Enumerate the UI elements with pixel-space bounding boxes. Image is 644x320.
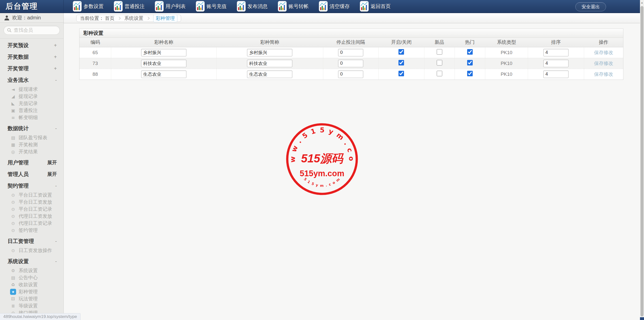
breadcrumb-section-link[interactable]: 系统设置: [124, 15, 143, 22]
hot-checkbox[interactable]: [467, 60, 473, 65]
nav-label: 普通投注: [125, 3, 145, 10]
search-input[interactable]: [14, 27, 57, 33]
expand-toggle[interactable]: 展开: [47, 159, 57, 166]
hot-checkbox[interactable]: [467, 49, 473, 55]
sidebar-section-user-manage: 用户管理 展开: [0, 157, 63, 168]
sidebar-item-system-settings[interactable]: ⚙系统设置: [0, 267, 63, 274]
minus-toggle-icon[interactable]: -: [55, 126, 57, 131]
section-header[interactable]: 开奖预设 +: [0, 40, 63, 51]
lottery-abbr-input[interactable]: [247, 49, 292, 56]
sidebar-item-lottery-type-manage[interactable]: ★彩种管理: [0, 288, 63, 295]
stop-interval-input[interactable]: [338, 49, 363, 56]
nav-item-params[interactable]: 参数设置: [73, 1, 104, 12]
section-header[interactable]: 管理人员 展开: [0, 168, 63, 180]
section-header[interactable]: 契约管理 -: [0, 180, 63, 192]
new-checkbox[interactable]: [437, 49, 442, 55]
nav-item-publish-msg[interactable]: 发布消息: [237, 1, 268, 12]
breadcrumb-home-link[interactable]: 首页: [105, 15, 114, 22]
save-edit-link[interactable]: 保存修改: [594, 72, 613, 77]
save-edit-link[interactable]: 保存修改: [594, 50, 613, 55]
minus-toggle-icon[interactable]: -: [55, 77, 57, 83]
list-icon: ≡: [10, 115, 16, 121]
section-header[interactable]: 用户管理 展开: [0, 157, 63, 168]
plus-toggle-icon[interactable]: +: [54, 54, 57, 60]
lottery-abbr-input[interactable]: [247, 70, 292, 78]
save-edit-link[interactable]: 保存修改: [594, 61, 613, 66]
sidebar-item-platform-wage-set[interactable]: ⊙平台日工资设置: [0, 192, 63, 199]
section-header[interactable]: 系统设置 -: [0, 256, 63, 267]
section-header[interactable]: 业务流水 -: [0, 74, 63, 86]
section-header[interactable]: 开奖数据 +: [0, 51, 63, 63]
sidebar-item-payment-settings[interactable]: ♻收款设置: [0, 281, 63, 288]
scroll-up-icon[interactable]: ▲: [640, 1, 644, 4]
table-row: 73 PK10 保存修改: [79, 58, 623, 69]
balloon-icon: ⊙: [10, 199, 16, 205]
nav-item-back-home[interactable]: 返回首页: [360, 1, 391, 12]
minus-toggle-icon[interactable]: -: [55, 183, 57, 189]
member-search-box[interactable]: [4, 26, 60, 35]
expand-toggle[interactable]: 展开: [47, 171, 57, 177]
logout-button[interactable]: 安全退出: [575, 2, 606, 11]
plus-toggle-icon[interactable]: +: [54, 43, 57, 48]
stop-interval-input[interactable]: [338, 70, 363, 78]
report-icon: ▤: [10, 135, 16, 141]
sidebar-item-withdraw-record[interactable]: ◢提现记录: [0, 93, 63, 100]
scrollbar-thumb[interactable]: [640, 6, 643, 316]
levels-icon: ≣: [10, 303, 16, 309]
breadcrumb-prefix: 当前位置：: [80, 15, 104, 22]
lottery-abbr-input[interactable]: [247, 60, 292, 67]
sidebar-item-announcement-center[interactable]: ▤公告中心: [0, 274, 63, 281]
sidebar-item-team-report[interactable]: ▤团队盈亏报表: [0, 134, 63, 141]
vertical-scrollbar[interactable]: ▲: [640, 0, 644, 320]
sidebar-item-draw-check[interactable]: ▦开奖检测: [0, 141, 63, 148]
open-close-checkbox[interactable]: [398, 60, 404, 65]
nav-item-normal-bet[interactable]: 普通投注: [114, 1, 145, 12]
nav-item-recharge[interactable]: 账号充值: [196, 1, 227, 12]
sidebar-section-contract-manage: 契约管理 - ⊙平台日工资设置 ⊙平台日工资发放 ⊙平台日工资记录 ⊙代理日工资…: [0, 180, 63, 235]
open-close-checkbox[interactable]: [398, 49, 404, 55]
bar-chart-icon: [114, 1, 123, 12]
sort-input[interactable]: [543, 70, 569, 78]
lottery-name-input[interactable]: [141, 49, 186, 56]
col-header: 开启/关闭: [379, 38, 424, 47]
hot-checkbox[interactable]: [467, 71, 473, 76]
minus-toggle-icon[interactable]: -: [55, 259, 57, 264]
sort-input[interactable]: [543, 49, 569, 56]
sidebar-item-wage-pay-operate[interactable]: ⊙日工资发放操作: [0, 247, 63, 254]
nav-item-user-list[interactable]: 用户列表: [155, 1, 186, 12]
sidebar-item-agent-wage-pay[interactable]: ⊙代理日工资发放: [0, 213, 63, 220]
sidebar-item-platform-wage-pay[interactable]: ⊙平台日工资发放: [0, 199, 63, 206]
sidebar-item-level-settings[interactable]: ≣等级设置: [0, 302, 63, 309]
lottery-name-input[interactable]: [141, 60, 186, 67]
nav-item-clear-cache[interactable]: 清空缓存: [319, 1, 350, 12]
sidebar-item-agent-wage-record[interactable]: ⊙代理日工资记录: [0, 220, 63, 227]
sidebar-item-platform-wage-record[interactable]: ⊙平台日工资记录: [0, 206, 63, 213]
lottery-settings-panel: 彩种设置 编码 彩种名称 彩种简称 停止投注间隔 开启/关闭 新品: [79, 28, 623, 80]
section-header[interactable]: 数据统计 -: [0, 123, 63, 134]
bar-chart-icon: [237, 1, 246, 12]
nav-item-transfer[interactable]: 账号转帐: [278, 1, 309, 12]
open-close-checkbox[interactable]: [398, 71, 404, 76]
sidebar-item-withdraw-request[interactable]: ◄提现请求: [0, 86, 63, 93]
new-checkbox[interactable]: [437, 71, 442, 76]
gamepad-icon: ⚄: [10, 296, 16, 302]
stop-interval-input[interactable]: [338, 60, 363, 67]
sidebar-item-account-detail[interactable]: ≡帐变明细: [0, 114, 63, 121]
sidebar-item-recharge-record[interactable]: ◣充值记录: [0, 100, 63, 107]
sidebar-item-sign-manage[interactable]: ⊙签约管理: [0, 227, 63, 234]
section-header[interactable]: 日工资管理 -: [0, 235, 63, 247]
bar-chart-icon: [360, 1, 369, 12]
sidebar-item-play-method-manage[interactable]: ⚄玩法管理: [0, 295, 63, 302]
sidebar: 欢迎：admin 开奖预设 + 开奖数据 +: [0, 13, 64, 320]
minus-toggle-icon[interactable]: -: [55, 238, 57, 244]
plus-toggle-icon[interactable]: +: [54, 66, 57, 72]
bet-box-icon: ▣: [10, 108, 16, 114]
sidebar-item-normal-bet[interactable]: ▣普通投注: [0, 107, 63, 114]
section-header[interactable]: 开奖管理 +: [0, 63, 63, 74]
sort-input[interactable]: [543, 60, 569, 67]
lottery-name-input[interactable]: [141, 70, 186, 78]
new-checkbox[interactable]: [437, 60, 442, 65]
table-header-row: 编码 彩种名称 彩种简称 停止投注间隔 开启/关闭 新品 热门 系统类型 排序 …: [79, 38, 623, 47]
breadcrumb: 当前位置： 首页 系统设置 彩种管理: [76, 15, 181, 22]
sidebar-item-draw-result[interactable]: ◎开奖结果: [0, 148, 63, 155]
